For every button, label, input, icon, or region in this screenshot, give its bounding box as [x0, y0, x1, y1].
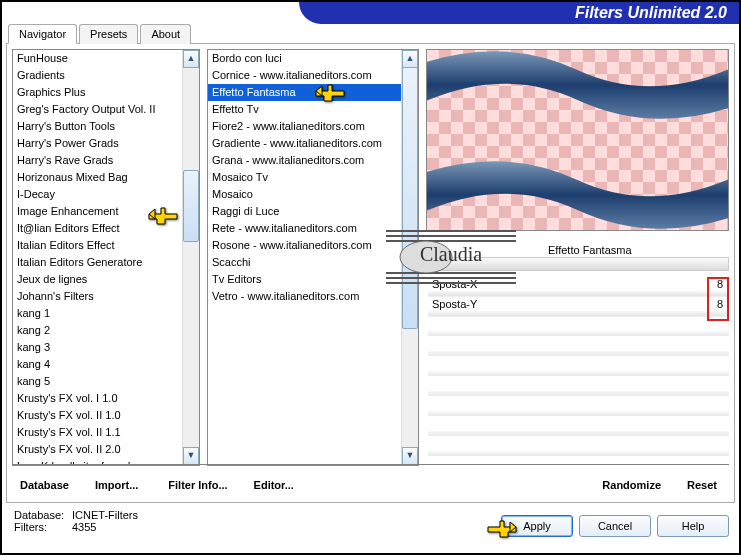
list-item[interactable]: Effetto Tv: [208, 101, 402, 118]
scroll-thumb[interactable]: [402, 67, 418, 329]
list-item[interactable]: Gradients: [13, 67, 183, 84]
list-item[interactable]: Bordo con luci: [208, 50, 402, 67]
list-item[interactable]: It@lian Editors Effect: [13, 220, 183, 237]
list-item[interactable]: Greg's Factory Output Vol. II: [13, 101, 183, 118]
apply-button[interactable]: Apply: [501, 515, 573, 537]
parameters-pane: Effetto Fantasma Sposta-X8Sposta-Y8: [428, 242, 729, 466]
list-item[interactable]: Mosaico Tv: [208, 169, 402, 186]
list-item[interactable]: Krusty's FX vol. I 1.0: [13, 390, 183, 407]
scroll-thumb[interactable]: [183, 170, 199, 242]
import-button[interactable]: Import...: [87, 479, 138, 491]
list-item[interactable]: Harry's Power Grads: [13, 135, 183, 152]
list-item[interactable]: Image Enhancement: [13, 203, 183, 220]
tab-about[interactable]: About: [140, 24, 191, 44]
title-banner: Filters Unlimited 2.0: [2, 2, 739, 24]
list-item[interactable]: Rosone - www.italianeditors.com: [208, 237, 402, 254]
param-slider-empty: [428, 451, 729, 456]
param-row: Sposta-Y8: [428, 297, 729, 317]
list-item[interactable]: Italian Editors Generatore: [13, 254, 183, 271]
list-item[interactable]: kang 1: [13, 305, 183, 322]
list-item[interactable]: Krusty's FX vol. II 1.0: [13, 407, 183, 424]
param-slider-empty: [428, 391, 729, 396]
list-item[interactable]: Tv Editors: [208, 271, 402, 288]
scroll-up-icon[interactable]: ▲: [183, 50, 199, 68]
list-item[interactable]: Cornice - www.italianeditors.com: [208, 67, 402, 84]
param-value: 8: [717, 298, 723, 310]
list-item[interactable]: Krusty's FX vol. II 1.1: [13, 424, 183, 441]
param-value: 8: [717, 278, 723, 290]
scroll-down-icon[interactable]: ▼: [402, 447, 418, 465]
footer: Database:ICNET-Filters Filters:4355 Appl…: [6, 505, 735, 549]
list-item[interactable]: Horizonaus Mixed Bag: [13, 169, 183, 186]
list-item[interactable]: Jeux de lignes: [13, 271, 183, 288]
param-label: Sposta-X: [432, 278, 477, 290]
list-item[interactable]: Effetto Fantasma: [208, 84, 402, 101]
list-item[interactable]: I-Decay: [13, 186, 183, 203]
param-slider-empty: [428, 371, 729, 376]
tab-presets[interactable]: Presets: [79, 24, 138, 44]
tab-navigator[interactable]: Navigator: [8, 24, 77, 44]
list-item[interactable]: kang 2: [13, 322, 183, 339]
randomize-button[interactable]: Randomize: [594, 479, 661, 491]
scroll-up-icon[interactable]: ▲: [402, 50, 418, 68]
list-item[interactable]: kang 5: [13, 373, 183, 390]
param-slider-empty: [428, 351, 729, 356]
list-item[interactable]: Gradiente - www.italianeditors.com: [208, 135, 402, 152]
list-item[interactable]: Italian Editors Effect: [13, 237, 183, 254]
category-scrollbar[interactable]: ▲ ▼: [182, 50, 199, 465]
param-slider-empty: [428, 431, 729, 436]
list-item[interactable]: Scacchi: [208, 254, 402, 271]
param-label: Sposta-Y: [432, 298, 477, 310]
list-item[interactable]: Rete - www.italianeditors.com: [208, 220, 402, 237]
param-slider-empty: [428, 411, 729, 416]
params-header-bar: [428, 257, 729, 271]
panel-bottom-commands: Database Import... Filter Info... Editor…: [12, 464, 729, 499]
filter-info-button[interactable]: Filter Info...: [160, 479, 227, 491]
list-item[interactable]: Krusty's FX vol. II 2.0: [13, 441, 183, 458]
status-db-value: ICNET-Filters: [72, 509, 138, 521]
param-slider-empty: [428, 331, 729, 336]
status-text: Database:ICNET-Filters Filters:4355: [14, 509, 138, 533]
reset-button[interactable]: Reset: [679, 479, 729, 491]
list-item[interactable]: Grana - www.italianeditors.com: [208, 152, 402, 169]
help-button[interactable]: Help: [657, 515, 729, 537]
param-row: Sposta-X8: [428, 277, 729, 297]
status-filters-label: Filters:: [14, 521, 72, 533]
database-button[interactable]: Database: [12, 479, 69, 491]
list-item[interactable]: kang 4: [13, 356, 183, 373]
effect-name-label: Effetto Fantasma: [428, 242, 729, 257]
list-item[interactable]: Johann's Filters: [13, 288, 183, 305]
list-item[interactable]: Graphics Plus: [13, 84, 183, 101]
list-item[interactable]: Vetro - www.italianeditors.com: [208, 288, 402, 305]
status-db-label: Database:: [14, 509, 72, 521]
effect-preview: [426, 49, 729, 231]
category-list: FunHouseGradientsGraphics PlusGreg's Fac…: [12, 49, 200, 466]
filter-list: Bordo con luciCornice - www.italianedito…: [207, 49, 419, 466]
status-filters-value: 4355: [72, 521, 96, 533]
list-item[interactable]: kang 3: [13, 339, 183, 356]
list-item[interactable]: Harry's Button Tools: [13, 118, 183, 135]
tab-bar: Navigator Presets About: [8, 24, 193, 44]
scroll-down-icon[interactable]: ▼: [183, 447, 199, 465]
list-item[interactable]: FunHouse: [13, 50, 183, 67]
list-item[interactable]: Mosaico: [208, 186, 402, 203]
main-panel: FunHouseGradientsGraphics PlusGreg's Fac…: [6, 43, 735, 503]
filter-scrollbar[interactable]: ▲ ▼: [401, 50, 418, 465]
cancel-button[interactable]: Cancel: [579, 515, 651, 537]
list-item[interactable]: Raggi di Luce: [208, 203, 402, 220]
list-item[interactable]: Harry's Rave Grads: [13, 152, 183, 169]
app-title: Filters Unlimited 2.0: [575, 4, 727, 22]
list-item[interactable]: Fiore2 - www.italianeditors.com: [208, 118, 402, 135]
editor-button[interactable]: Editor...: [246, 479, 294, 491]
